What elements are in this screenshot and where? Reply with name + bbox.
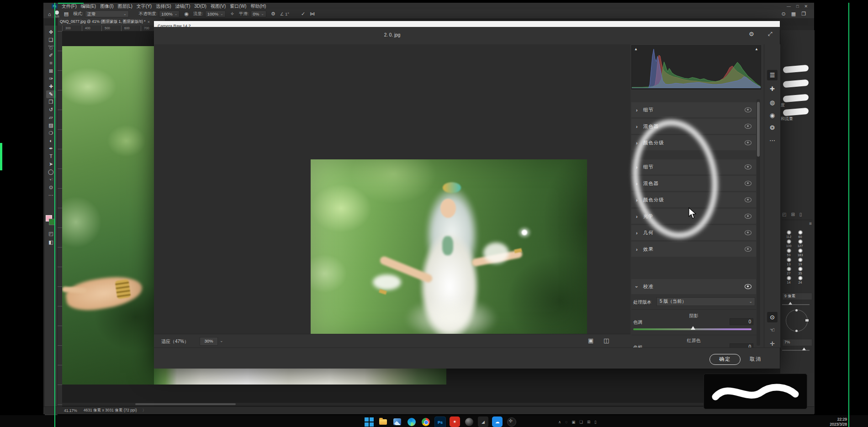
file-explorer-icon[interactable] — [378, 416, 388, 427]
preferences-gear-icon[interactable]: ⚙ — [749, 31, 754, 37]
smoothing-input[interactable]: 0% ⌄ — [251, 11, 266, 17]
quick-selection-tool[interactable]: ✐ — [46, 52, 56, 59]
tab-close-icon[interactable]: × — [148, 20, 150, 24]
slider-thumb[interactable] — [802, 348, 806, 350]
brush-settings-panel-icon[interactable]: ▤ — [64, 11, 69, 17]
eye-icon[interactable] — [745, 284, 752, 289]
smudge-tool[interactable]: ❍ — [46, 129, 56, 137]
shape-tool[interactable]: ◯ — [46, 168, 56, 176]
histogram[interactable]: ▲ ▲ — [631, 45, 761, 90]
brush-stroke-thumbnail[interactable] — [783, 79, 809, 88]
cr-section-row[interactable]: › 混色器 — [631, 119, 756, 134]
folder-icon[interactable]: ◰ — [782, 212, 786, 217]
move-tool[interactable]: ✥ — [46, 28, 56, 36]
path-select-tool[interactable]: ➤ — [46, 160, 56, 168]
healing-brush-tool[interactable]: ✚ — [46, 83, 56, 90]
eye-icon[interactable] — [745, 140, 752, 145]
frame-tool[interactable]: ⊠ — [46, 67, 56, 75]
cr-section-row[interactable]: › 颜色分级 — [631, 192, 756, 207]
cr-section-row[interactable]: › — [631, 152, 756, 158]
menu-filter[interactable]: 滤镜(T) — [175, 3, 191, 10]
brush-angle-field[interactable]: ∠ 1° — [280, 11, 289, 16]
tray-icon[interactable]: ◌ — [565, 420, 567, 424]
menu-layer[interactable]: 图层(L) — [118, 3, 132, 10]
slider-thumb[interactable] — [691, 326, 695, 330]
background-color-swatch[interactable] — [49, 219, 55, 225]
menu-type[interactable]: 文字(Y) — [137, 3, 152, 10]
red-eye-tool[interactable]: ◉ — [767, 110, 778, 121]
brush-preset[interactable]: 35 — [794, 267, 806, 275]
zoom-tool[interactable]: ⊙ — [46, 184, 56, 191]
screen-layout-icon[interactable]: ❐ — [801, 11, 806, 17]
eye-icon[interactable] — [745, 214, 752, 219]
fullscreen-toggle-icon[interactable]: ⤢ — [768, 31, 773, 37]
ok-button[interactable]: 确定 — [709, 354, 741, 365]
hand-tool[interactable]: ☜ — [46, 176, 56, 184]
utility-app-icon[interactable] — [506, 416, 517, 427]
screen-mode-icon[interactable]: ◧ — [46, 238, 56, 246]
eraser-tool[interactable]: ▱ — [46, 114, 56, 121]
dodge-tool[interactable]: ◐ — [46, 137, 56, 145]
pressure-size-icon[interactable]: ✓ — [301, 11, 305, 17]
before-after-view-icon[interactable]: ◫ — [603, 337, 609, 344]
marquee-tool[interactable]: ❏ — [46, 36, 56, 44]
edge-browser-icon[interactable] — [406, 416, 417, 427]
maximize-icon[interactable]: □ — [796, 4, 799, 9]
eyedropper-tool[interactable]: ✑ — [46, 75, 56, 83]
menu-3d[interactable]: 3D(D) — [194, 4, 206, 9]
scrollbar-thumb[interactable] — [757, 102, 760, 157]
masking-tool[interactable]: ◍ — [767, 97, 778, 108]
type-tool[interactable]: T — [46, 153, 56, 160]
new-brush-icon[interactable]: ⊞ — [791, 212, 794, 217]
tint-slider[interactable] — [633, 328, 752, 330]
symmetry-icon[interactable]: ⋈ — [310, 11, 315, 17]
minimize-icon[interactable]: — — [787, 4, 791, 9]
brush-preset[interactable]: 59 — [783, 248, 794, 257]
healing-tool[interactable]: ✚ — [767, 84, 778, 94]
media-app-icon[interactable]: ◢ — [478, 416, 488, 427]
cr-section-row[interactable]: › 细节 — [631, 102, 756, 117]
cancel-button[interactable]: 取消 — [750, 356, 762, 363]
presets-tool[interactable]: ❂ — [767, 122, 778, 133]
photos-app-icon[interactable] — [392, 416, 402, 427]
blend-mode-select[interactable]: 正常 ⌄ — [85, 11, 129, 17]
zoom-percentage[interactable]: 41.17% — [64, 408, 77, 413]
brush-preset[interactable]: 112 — [783, 230, 794, 238]
home-icon[interactable]: ⌂ — [48, 11, 51, 17]
zoom-tool[interactable]: ⊙ — [767, 312, 778, 322]
search-icon[interactable]: ⊙ — [782, 11, 786, 17]
chrome-browser-icon[interactable] — [420, 416, 431, 427]
status-arrow-icon[interactable]: 〉 — [143, 408, 147, 413]
brush-size-slider[interactable] — [782, 304, 810, 305]
brush-preset[interactable]: 13 — [783, 258, 794, 266]
eye-icon[interactable] — [745, 197, 752, 202]
brush-preset[interactable]: 27 — [783, 267, 794, 275]
scrollbar-thumb[interactable] — [135, 403, 236, 405]
cr-section-row[interactable]: › 混色器 — [631, 176, 756, 191]
brush-size-field[interactable]: 9 像素 — [782, 293, 812, 300]
eye-icon[interactable] — [745, 230, 752, 235]
menu-image[interactable]: 图像(I) — [100, 3, 113, 10]
lasso-tool[interactable]: ➰ — [46, 44, 56, 52]
panel-scrollbar[interactable] — [757, 99, 760, 346]
quick-mask-icon[interactable]: ◰ — [46, 230, 56, 237]
airbrush-icon[interactable]: ✧ — [230, 11, 234, 17]
red-app-icon[interactable]: ✴ — [450, 416, 460, 427]
crop-tool[interactable]: ⌗ — [46, 59, 56, 67]
clone-stamp-tool[interactable]: ❒ — [46, 98, 56, 106]
cr-section-row[interactable]: › 颜色分级 — [631, 135, 756, 150]
tray-icon[interactable]: ▣ — [572, 420, 575, 424]
tray-icon[interactable]: ⊞ — [587, 420, 590, 424]
eye-icon[interactable] — [745, 247, 752, 252]
gradient-tool[interactable]: ▨ — [46, 121, 56, 129]
edit-tool[interactable]: ☰ — [767, 70, 778, 80]
tray-icon[interactable]: ▯ — [594, 420, 597, 424]
pressure-opacity-icon[interactable]: ◉ — [184, 11, 189, 17]
opacity-input[interactable]: 100% ⌄ — [159, 11, 180, 17]
tint-value-input[interactable]: 0 — [730, 318, 753, 325]
process-version-select[interactable]: 5 版（当前） ⌄ — [656, 297, 755, 306]
brush-preset[interactable]: 14 — [783, 276, 794, 284]
cr-section-row[interactable]: › 效果 — [631, 242, 756, 257]
highlight-clipping-icon[interactable]: ▲ — [755, 47, 758, 51]
tray-icon[interactable]: ∧ — [558, 420, 561, 424]
